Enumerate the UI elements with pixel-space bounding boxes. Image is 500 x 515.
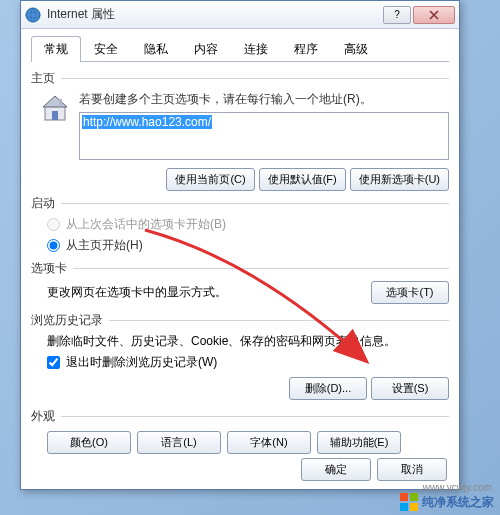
radio-last-session-input [47, 218, 60, 231]
delete-on-exit-input[interactable] [47, 356, 60, 369]
colors-button[interactable]: 颜色(O) [47, 431, 131, 454]
svg-marker-3 [43, 96, 67, 107]
svg-rect-7 [410, 493, 418, 501]
ok-button[interactable]: 确定 [301, 458, 371, 481]
tab-security[interactable]: 安全 [81, 36, 131, 62]
svg-rect-8 [400, 503, 408, 511]
history-section-label: 浏览历史记录 [31, 312, 449, 329]
homepage-section-label: 主页 [31, 70, 449, 87]
fonts-button[interactable]: 字体(N) [227, 431, 311, 454]
appearance-section-label: 外观 [31, 408, 449, 425]
globe-icon [25, 7, 41, 23]
watermark-url: www.ycwjy.com [423, 482, 492, 493]
titlebar: Internet 属性 ? [21, 1, 459, 29]
tab-programs[interactable]: 程序 [281, 36, 331, 62]
delete-on-exit-checkbox[interactable]: 退出时删除浏览历史记录(W) [31, 352, 449, 375]
svg-rect-4 [52, 111, 58, 120]
internet-properties-dialog: Internet 属性 ? 常规 安全 隐私 内容 连接 程序 高级 主页 [20, 0, 460, 490]
cancel-button[interactable]: 取消 [377, 458, 447, 481]
settings-button[interactable]: 设置(S) [371, 377, 449, 400]
watermark: 纯净系统之家 [400, 493, 494, 511]
help-button[interactable]: ? [383, 6, 411, 24]
svg-rect-6 [400, 493, 408, 501]
tabs-button[interactable]: 选项卡(T) [371, 281, 449, 304]
svg-point-0 [26, 8, 40, 22]
house-icon [39, 91, 71, 123]
svg-rect-9 [410, 503, 418, 511]
tab-general[interactable]: 常规 [31, 36, 81, 62]
svg-rect-5 [59, 99, 62, 105]
windows-logo-icon [400, 493, 418, 511]
tabs-section-label: 选项卡 [31, 260, 449, 277]
tab-strip: 常规 安全 隐私 内容 连接 程序 高级 [31, 35, 449, 62]
homepage-hint: 若要创建多个主页选项卡，请在每行输入一个地址(R)。 [79, 91, 449, 108]
radio-homepage[interactable]: 从主页开始(H) [31, 235, 449, 256]
homepage-url-textarea[interactable]: http://www.hao123.com/ [79, 112, 449, 160]
window-title: Internet 属性 [47, 6, 383, 23]
history-description: 删除临时文件、历史记录、Cookie、保存的密码和网页表单信息。 [31, 331, 449, 352]
use-current-button[interactable]: 使用当前页(C) [166, 168, 254, 191]
tab-content[interactable]: 内容 [181, 36, 231, 62]
tabs-description: 更改网页在选项卡中的显示方式。 [47, 284, 227, 301]
startup-section-label: 启动 [31, 195, 449, 212]
dialog-footer: 确定 取消 [301, 458, 447, 481]
use-default-button[interactable]: 使用默认值(F) [259, 168, 346, 191]
close-button[interactable] [413, 6, 455, 24]
tab-advanced[interactable]: 高级 [331, 36, 381, 62]
languages-button[interactable]: 语言(L) [137, 431, 221, 454]
use-newtab-button[interactable]: 使用新选项卡(U) [350, 168, 449, 191]
tab-privacy[interactable]: 隐私 [131, 36, 181, 62]
radio-last-session[interactable]: 从上次会话中的选项卡开始(B) [31, 214, 449, 235]
delete-button[interactable]: 删除(D)... [289, 377, 367, 400]
radio-homepage-input[interactable] [47, 239, 60, 252]
close-icon [429, 10, 439, 20]
tab-connections[interactable]: 连接 [231, 36, 281, 62]
accessibility-button[interactable]: 辅助功能(E) [317, 431, 401, 454]
